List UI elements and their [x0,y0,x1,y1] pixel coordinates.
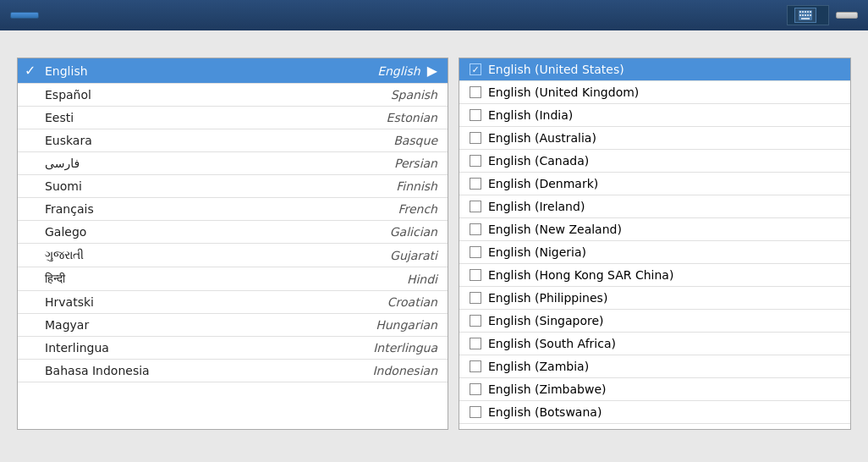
locale-name: English (Ireland) [488,200,585,213]
language-native-name: Magyar [45,318,353,332]
locale-row[interactable]: English (Zimbabwe) [459,378,850,401]
locale-checkbox[interactable] [470,155,481,167]
locale-name: English (Hong Kong SAR China) [488,268,673,282]
language-native-name: Suomi [45,179,353,193]
language-native-name: Bahasa Indonesia [45,364,353,377]
language-native-name: Français [45,202,353,216]
locale-name: English (Singapore) [488,314,604,327]
locale-name: English (Philippines) [488,291,607,305]
language-row[interactable]: ગુજરાતીGujarati [18,244,448,267]
locale-checkbox[interactable] [470,86,481,98]
language-native-name: Galego [45,225,353,239]
language-native-name: ગુજરાતી [45,248,353,262]
language-english-name: French [353,202,437,216]
locale-name: English (Canada) [488,154,589,168]
locale-name: English (United States) [488,63,624,76]
language-english-name: Persian [353,157,437,170]
svg-rect-4 [807,11,809,13]
language-arrow-icon: ▶ [427,63,437,79]
locale-row[interactable]: English (Australia) [459,127,850,150]
language-row[interactable]: ✓EnglishEnglish▶ [18,58,448,84]
locale-checkbox[interactable] [470,269,481,281]
language-row[interactable]: FrançaisFrench [18,198,448,221]
locale-row[interactable]: English (Zambia) [459,355,850,378]
language-native-name: Euskara [45,134,353,147]
locale-name: English (Australia) [488,131,596,145]
language-english-name: English [336,64,420,78]
locale-checkbox[interactable] [470,360,481,372]
svg-rect-6 [799,14,801,16]
language-native-name: Interlingua [45,341,353,355]
svg-rect-7 [802,14,804,16]
locale-row[interactable]: English (India) [459,104,850,127]
locale-checkbox[interactable] [470,132,481,144]
language-english-name: Galician [353,225,437,239]
locale-checkbox[interactable] [470,178,481,190]
locale-name: English (United Kingdom) [488,85,639,99]
svg-rect-2 [802,11,804,13]
locale-row[interactable]: English (Ireland) [459,195,850,218]
language-row[interactable]: InterlinguaInterlingua [18,337,448,360]
language-native-name: हिन्दी [45,272,353,286]
locale-checkbox[interactable] [470,109,481,121]
language-row[interactable]: हिन्दीHindi [18,267,448,291]
language-row[interactable]: EspañolSpanish [18,84,448,107]
help-button[interactable] [836,12,858,19]
keyboard-widget[interactable] [787,5,829,25]
locale-list[interactable]: ✓English (United States)English (United … [459,58,851,430]
locale-row[interactable]: English (United Kingdom) [459,81,850,104]
locale-checkbox[interactable]: ✓ [470,63,481,75]
locale-name: English (South Africa) [488,337,616,350]
language-row[interactable]: EuskaraBasque [18,129,448,152]
locale-row[interactable]: English (Denmark) [459,173,850,195]
language-row[interactable]: GalegoGalician [18,221,448,244]
language-row[interactable]: فارسیPersian [18,152,448,175]
language-english-name: Finnish [353,179,437,193]
language-english-name: Hindi [353,272,437,286]
locale-row[interactable]: English (New Zealand) [459,218,850,241]
locale-name: English (New Zealand) [488,223,622,236]
locale-row[interactable]: English (Botswana) [459,401,850,424]
locale-checkbox[interactable] [470,338,481,349]
locale-checkbox[interactable] [470,246,481,258]
language-english-name: Gujarati [353,249,437,262]
language-english-name: Hungarian [353,318,437,332]
language-native-name: فارسی [45,157,353,170]
header-left [10,12,49,19]
language-english-name: Estonian [353,111,437,124]
locale-name: English (India) [488,108,573,122]
locale-checkbox[interactable] [470,315,481,327]
language-english-name: Basque [353,134,437,147]
locale-row[interactable]: English (Hong Kong SAR China) [459,264,850,287]
done-button[interactable] [10,12,39,19]
language-row[interactable]: HrvatskiCroatian [18,291,448,314]
locale-row[interactable]: ✓English (United States) [459,58,850,81]
locale-name: English (Zimbabwe) [488,382,606,396]
language-list[interactable]: ✓EnglishEnglish▶EspañolSpanishEestiEston… [17,58,448,430]
svg-rect-8 [805,14,806,16]
locale-checkbox[interactable] [470,383,481,395]
locale-checkbox[interactable] [470,406,481,418]
language-row[interactable]: SuomiFinnish [18,175,448,198]
language-english-name: Spanish [353,88,437,102]
locale-row[interactable]: English (South Africa) [459,333,850,355]
main-content: ✓EnglishEnglish▶EspañolSpanishEestiEston… [0,30,868,462]
locale-checkbox[interactable] [470,292,481,304]
locale-name: English (Denmark) [488,177,598,190]
locale-row[interactable]: English (Canada) [459,150,850,173]
locale-name: English (Zambia) [488,360,589,373]
language-row[interactable]: Bahasa IndonesiaIndonesian [18,360,448,382]
locale-row[interactable]: English (Philippines) [459,287,850,310]
language-check-icon: ✓ [25,63,45,79]
locale-row[interactable]: English (Singapore) [459,310,850,333]
locale-checkbox[interactable] [470,223,481,235]
language-row[interactable]: MagyarHungarian [18,314,448,337]
language-native-name: Eesti [45,111,353,124]
language-row[interactable]: EestiEstonian [18,107,448,129]
locale-row[interactable]: English (Nigeria) [459,241,850,264]
svg-rect-11 [801,18,810,19]
locale-name: English (Botswana) [488,405,602,419]
locale-checkbox[interactable] [470,201,481,212]
svg-rect-5 [810,11,811,13]
svg-rect-9 [807,14,809,16]
